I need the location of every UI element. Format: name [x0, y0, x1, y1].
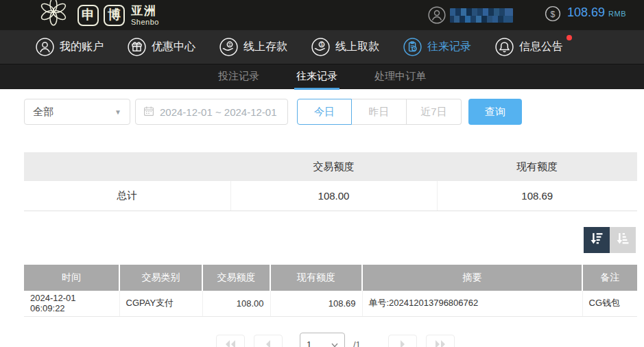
nav-item-deposit[interactable]: 线上存款 [219, 38, 287, 56]
double-right-arrow-icon [435, 339, 446, 347]
user-avatar-icon [428, 6, 446, 24]
sort-descending-icon [590, 231, 604, 248]
records-header-row: 时间 交易类别 交易额度 现有额度 摘要 备注 [24, 265, 637, 291]
tab-transaction-records[interactable]: 往来记录 [294, 64, 339, 90]
nav-item-promotions[interactable]: 优惠中心 [128, 38, 195, 56]
coin-icon: $ [545, 5, 561, 25]
tab-betting-records[interactable]: 投注记录 [216, 64, 261, 90]
records-header-balance: 现有额度 [270, 265, 362, 291]
query-button[interactable]: 查询 [468, 99, 522, 125]
sort-controls [0, 227, 636, 253]
logo-region: 亚洲 [131, 5, 159, 16]
summary-header-transaction-amount: 交易额度 [230, 152, 437, 181]
nav-item-announcements[interactable]: 信息公告 [495, 38, 563, 56]
nav-label: 优惠中心 [152, 40, 195, 54]
quick-date-group: 今日 昨日 近7日 [297, 99, 462, 125]
nav-label: 线上取款 [335, 40, 379, 54]
tab-processing-orders[interactable]: 处理中订单 [372, 64, 428, 90]
balance-amount: 108.69 [567, 5, 605, 20]
logo-char-1: 申 [77, 5, 99, 26]
nav-item-transaction-records[interactable]: 往来记录 [403, 38, 471, 56]
records-header-type: 交易类别 [119, 265, 202, 291]
filter-row: 全部 ▼ 2024-12-01 ~ 2024-12-01 今日 昨日 近7日 查… [24, 99, 644, 125]
type-select-value: 全部 [33, 106, 53, 119]
balance-currency: RMB [608, 10, 626, 18]
records-header-amount: 交易额度 [202, 265, 270, 291]
double-left-arrow-icon [225, 339, 236, 347]
chevron-down-icon: ▼ [115, 108, 121, 116]
nav-label: 我的账户 [60, 40, 104, 54]
summary-total-row: 总计 108.00 108.69 [24, 181, 637, 211]
summary-total-transaction: 108.00 [230, 181, 437, 211]
chevron-down-icon [331, 339, 338, 347]
left-arrow-icon [263, 339, 274, 347]
records-table: 时间 交易类别 交易额度 现有额度 摘要 备注 2024-12-01 06:09… [24, 265, 637, 318]
sort-ascending-button[interactable] [610, 227, 636, 253]
records-icon [403, 38, 422, 56]
summary-header-empty [24, 152, 230, 181]
gift-icon [128, 38, 146, 56]
deposit-icon [219, 38, 238, 56]
site-logo[interactable]: 申 博 亚洲 Shenbo [34, 1, 159, 29]
main-nav: 我的账户 优惠中心 线上存款 [0, 30, 644, 64]
logo-subtitle: Shenbo [131, 19, 159, 26]
sort-ascending-icon [616, 231, 630, 248]
summary-total-balance: 108.69 [437, 181, 637, 211]
date-range-input[interactable]: 2024-12-01 ~ 2024-12-01 [135, 99, 288, 125]
notification-badge-dot [567, 35, 572, 40]
first-page-button[interactable] [216, 335, 245, 347]
nav-item-my-account[interactable]: 我的账户 [36, 38, 104, 56]
summary-total-label: 总计 [24, 181, 230, 211]
summary-header-current-balance: 现有额度 [437, 152, 637, 181]
bell-icon [495, 38, 514, 56]
prev-page-button[interactable] [254, 335, 283, 347]
records-header-remark: 备注 [582, 265, 637, 291]
next-page-button[interactable] [388, 335, 417, 347]
flower-logo-icon [34, 0, 73, 29]
page: 申 博 亚洲 Shenbo $ [0, 0, 644, 347]
summary-table: 交易额度 现有额度 总计 108.00 108.69 [24, 152, 637, 211]
record-time: 2024-12-01 06:09:22 [24, 291, 119, 317]
svg-text:$: $ [551, 10, 556, 19]
username-censored [450, 8, 513, 23]
svg-text:$: $ [320, 42, 323, 47]
page-total-label: /1 [353, 335, 361, 347]
right-arrow-icon [397, 339, 408, 347]
page-select-value: 1 [307, 339, 311, 347]
yesterday-button[interactable]: 昨日 [352, 99, 407, 125]
sort-descending-button[interactable] [584, 227, 610, 253]
withdraw-icon: $ [311, 38, 330, 56]
calendar-icon [143, 106, 154, 119]
nav-item-withdraw[interactable]: $ 线上取款 [311, 38, 379, 56]
pagination: 1 /1 [216, 335, 644, 347]
record-summary: 单号:202412013796806762 [362, 291, 582, 317]
user-icon [36, 38, 54, 56]
record-balance: 108.69 [270, 291, 362, 317]
balance-display: $ 108.69 RMB [545, 5, 626, 25]
record-amount: 108.00 [202, 291, 270, 317]
last7days-button[interactable]: 近7日 [407, 99, 462, 125]
record-remark: CG钱包 [582, 291, 637, 317]
table-row: 2024-12-01 06:09:22 CGPAY支付 108.00 108.6… [24, 291, 637, 317]
last-page-button[interactable] [426, 335, 455, 347]
record-type: CGPAY支付 [119, 291, 202, 317]
records-header-summary: 摘要 [362, 265, 582, 291]
nav-label: 信息公告 [519, 40, 563, 54]
nav-label: 线上存款 [243, 40, 287, 54]
account-area: $ 108.69 RMB [428, 5, 626, 25]
type-select[interactable]: 全部 ▼ [24, 99, 130, 125]
today-button[interactable]: 今日 [297, 99, 352, 125]
top-bar: 申 博 亚洲 Shenbo $ [0, 0, 644, 30]
sub-nav: 投注记录 往来记录 处理中订单 [0, 64, 644, 89]
summary-header-row: 交易额度 现有额度 [24, 152, 637, 181]
records-header-time: 时间 [24, 265, 119, 291]
nav-label: 往来记录 [427, 40, 471, 54]
logo-char-2: 博 [104, 5, 125, 26]
page-select[interactable]: 1 [300, 333, 345, 347]
date-range-value: 2024-12-01 ~ 2024-12-01 [160, 106, 277, 118]
